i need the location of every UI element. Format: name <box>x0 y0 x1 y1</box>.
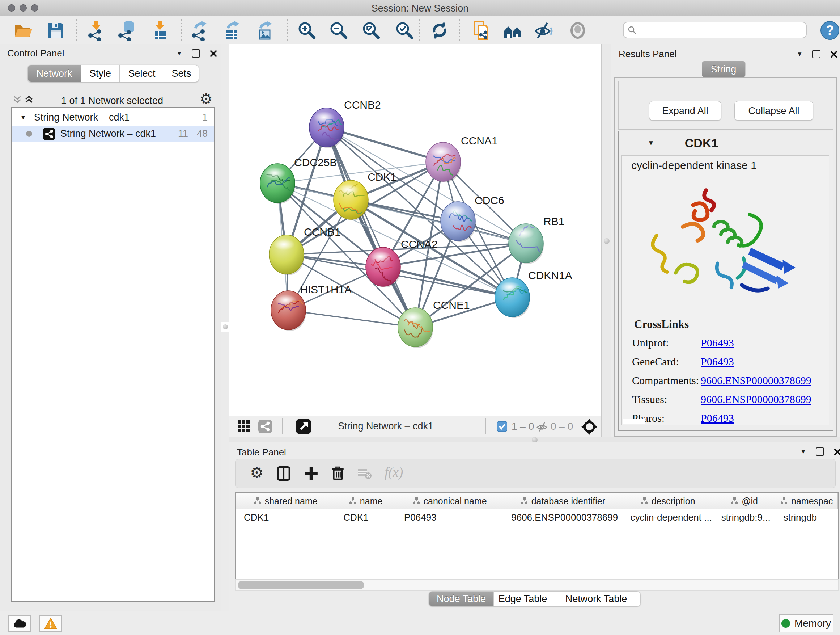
selected-checkbox-icon[interactable] <box>497 421 507 432</box>
view-mode-share-icon[interactable] <box>258 420 272 433</box>
column-header-name[interactable]: name <box>335 493 396 509</box>
results-panel-close-icon[interactable] <box>830 50 838 58</box>
show-neighbors-icon[interactable] <box>502 20 523 41</box>
import-network-file-icon[interactable] <box>86 20 106 41</box>
import-table-file-icon[interactable] <box>150 20 170 41</box>
crosslink-link[interactable]: 9606.ENSP00000378699 <box>701 393 812 405</box>
protein-card-expander-icon[interactable]: ▼ <box>647 139 654 147</box>
tab-network[interactable]: Network <box>27 65 81 82</box>
column-header-shared-name[interactable]: shared name <box>236 493 335 509</box>
cell-name[interactable]: CDK1 <box>335 509 396 525</box>
tree-expander-icon[interactable]: ▼ <box>20 114 26 121</box>
results-panel-collapse-icon[interactable]: ▼ <box>797 51 803 57</box>
network-node-RB1[interactable] <box>508 224 544 264</box>
cell-shared-name[interactable]: CDK1 <box>236 509 335 525</box>
cloud-status-button[interactable] <box>8 615 31 632</box>
search-field[interactable] <box>623 22 807 38</box>
tab-node-table[interactable]: Node Table <box>429 591 494 606</box>
results-panel-float-icon[interactable] <box>812 50 821 58</box>
table-settings-gear-icon[interactable]: ⚙ <box>250 464 264 481</box>
expand-all-button[interactable]: Expand All <box>649 101 722 120</box>
tab-edge-table[interactable]: Edge Table <box>494 591 552 606</box>
collapse-all-button[interactable]: Collapse All <box>734 101 813 120</box>
table-panel-collapse-icon[interactable]: ▼ <box>800 448 806 455</box>
crosslink-link[interactable]: P06493 <box>701 337 734 349</box>
export-image-icon[interactable] <box>255 20 275 41</box>
save-session-icon[interactable] <box>46 20 66 41</box>
zoom-selected-icon[interactable] <box>394 20 415 41</box>
birds-eye-view-icon[interactable] <box>296 419 311 434</box>
zoom-out-icon[interactable] <box>328 20 349 41</box>
network-node-CCNB1[interactable] <box>269 235 304 275</box>
apply-layout-icon[interactable] <box>429 20 450 41</box>
network-node-CDC25B[interactable] <box>260 164 295 204</box>
cell-namespac[interactable]: stringdb <box>775 509 838 525</box>
edge-HIST1H1A-CCNE1[interactable] <box>288 310 415 327</box>
network-options-gear-icon[interactable]: ⚙ <box>200 90 213 107</box>
string-protein-query-icon[interactable] <box>471 20 491 41</box>
network-node-CCNE1[interactable] <box>398 308 433 348</box>
network-node-HIST1H1A[interactable] <box>271 291 306 331</box>
tab-sets[interactable]: Sets <box>164 65 199 82</box>
right-splitter[interactable] <box>601 44 611 437</box>
edge-CCNA2-CDKN1A[interactable] <box>383 267 512 297</box>
export-table-icon[interactable] <box>222 20 242 41</box>
tab-network-table[interactable]: Network Table <box>552 591 641 606</box>
horizontal-splitter[interactable] <box>229 437 840 442</box>
results-hscrollbar[interactable] <box>622 418 645 424</box>
control-panel-close-icon[interactable] <box>210 50 218 57</box>
network-canvas[interactable]: CCNB2CCNA1CDC25BCDK1CDC6RB1CCNB1CCNA2CDK… <box>229 44 601 416</box>
open-session-icon[interactable] <box>13 20 33 41</box>
warnings-button[interactable] <box>39 615 62 632</box>
show-columns-icon[interactable] <box>276 466 291 481</box>
column-header-canonical-name[interactable]: canonical name <box>396 493 503 509</box>
control-panel-float-icon[interactable] <box>192 49 200 57</box>
memory-button[interactable]: Memory <box>779 614 834 632</box>
zoom-fit-icon[interactable] <box>361 20 381 41</box>
export-network-icon[interactable] <box>189 20 210 41</box>
column-header-database-identifier[interactable]: database identifier <box>503 493 622 509</box>
expand-all-networks-icon[interactable] <box>24 95 34 105</box>
hide-selected-icon[interactable] <box>532 20 553 41</box>
fit-content-crosshair-icon[interactable] <box>581 418 598 435</box>
protein-card-header[interactable]: ▼ CDK1 <box>619 131 833 155</box>
table-panel-float-icon[interactable] <box>816 448 824 456</box>
cell-database-identifier[interactable]: 9606.ENSP00000378699 <box>503 509 622 525</box>
cell--id[interactable]: stringdb:9... <box>714 509 775 525</box>
splitter-grip[interactable] <box>532 437 538 443</box>
network-collection-row[interactable]: ▼ String Network – cdk1 1 <box>11 109 214 126</box>
control-panel: Control Panel ▼ Network Style Select Set… <box>0 44 221 611</box>
table-hscrollbar[interactable] <box>235 579 838 591</box>
cell-canonical-name[interactable]: P06493 <box>396 509 503 525</box>
crosslink-link[interactable]: P06493 <box>701 356 734 368</box>
crosslink-link[interactable]: P06493 <box>701 412 734 424</box>
show-hidden-icon[interactable] <box>568 20 588 41</box>
network-row-selected[interactable]: String Network – cdk1 11 48 <box>11 126 214 142</box>
crosslink-link[interactable]: 9606.ENSP00000378699 <box>701 374 812 386</box>
zoom-in-icon[interactable] <box>297 20 317 41</box>
network-node-CDK1[interactable] <box>333 179 369 220</box>
create-column-plus-icon[interactable] <box>303 466 319 481</box>
tab-select[interactable]: Select <box>120 65 164 82</box>
delete-column-trash-icon[interactable] <box>330 465 346 480</box>
tab-style[interactable]: Style <box>81 65 120 82</box>
import-network-database-icon[interactable] <box>117 20 137 41</box>
column-header--id[interactable]: @id <box>714 493 775 509</box>
tab-string[interactable]: String <box>702 61 745 78</box>
splitter-grip[interactable] <box>221 322 230 332</box>
column-header-namespac[interactable]: namespac <box>775 493 838 509</box>
left-splitter[interactable] <box>221 44 229 611</box>
splitter-grip[interactable] <box>604 238 609 244</box>
control-panel-collapse-icon[interactable]: ▼ <box>176 50 182 57</box>
network-node-CCNA1[interactable] <box>426 142 461 182</box>
cell-description[interactable]: cyclin-dependent ... <box>622 509 713 525</box>
grid-mode-icon[interactable] <box>237 420 250 433</box>
search-input[interactable] <box>637 25 794 35</box>
table-hscrollbar-thumb[interactable] <box>238 581 364 589</box>
collapse-all-networks-icon[interactable] <box>12 95 22 105</box>
table-panel-close-icon[interactable] <box>834 448 840 456</box>
network-node-CDKN1A[interactable] <box>495 278 530 318</box>
node-table-row[interactable]: CDK1CDK1P064939606.ENSP00000378699cyclin… <box>236 509 838 525</box>
help-icon[interactable]: ? <box>820 20 840 41</box>
column-header-description[interactable]: description <box>622 493 713 509</box>
